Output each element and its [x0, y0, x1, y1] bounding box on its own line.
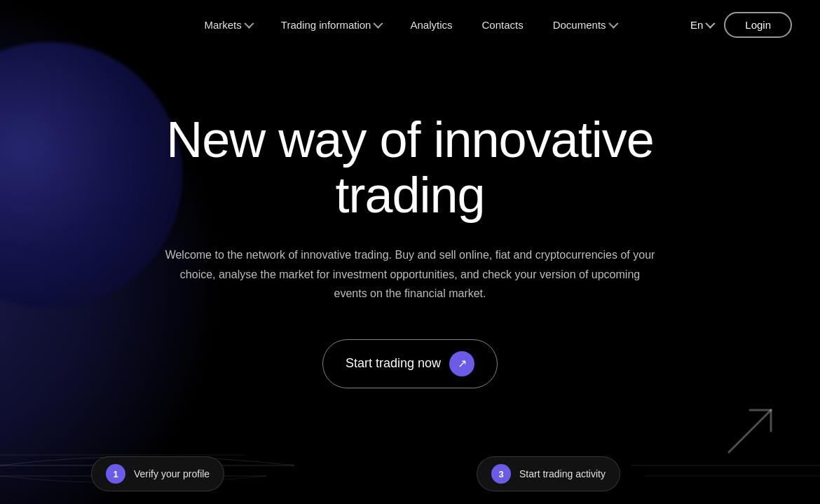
step-3-label: Start trading activity	[519, 468, 606, 479]
chevron-down-icon	[706, 19, 716, 29]
step-1-label: Verify your profile	[134, 468, 210, 479]
arrow-icon: ↗	[449, 351, 474, 376]
arrow-decoration	[722, 403, 778, 462]
nav-contacts[interactable]: Contacts	[470, 13, 534, 36]
cta-label: Start trading now	[346, 356, 441, 371]
chevron-down-icon	[244, 19, 254, 29]
step-3-number: 3	[491, 464, 511, 484]
chevron-down-icon	[374, 19, 383, 29]
start-trading-button[interactable]: Start trading now ↗	[322, 339, 498, 388]
nav-trading-info-label: Trading information	[281, 19, 371, 31]
nav-documents[interactable]: Documents	[542, 13, 627, 36]
step-1-number: 1	[106, 464, 125, 484]
svg-line-5	[729, 410, 771, 452]
nav-analytics[interactable]: Analytics	[399, 13, 463, 36]
hero-section: New way of innovative trading Welcome to…	[0, 49, 820, 388]
nav-center: Markets Trading information Analytics Co…	[193, 13, 627, 36]
step-verify-profile[interactable]: 1 Verify your profile	[91, 456, 224, 491]
nav-right: En Login	[690, 12, 792, 38]
hero-title: New way of innovative trading	[95, 112, 725, 223]
hero-subtitle: Welcome to the network of innovative tra…	[165, 245, 655, 303]
nav-documents-label: Documents	[553, 19, 606, 31]
language-selector[interactable]: En	[690, 19, 713, 31]
nav-analytics-label: Analytics	[410, 19, 452, 31]
login-button[interactable]: Login	[724, 12, 792, 38]
nav-markets-label: Markets	[204, 19, 241, 31]
navbar: Markets Trading information Analytics Co…	[0, 0, 820, 49]
step-start-trading[interactable]: 3 Start trading activity	[477, 456, 620, 491]
nav-markets[interactable]: Markets	[193, 13, 262, 36]
nav-trading-info[interactable]: Trading information	[270, 13, 392, 36]
nav-contacts-label: Contacts	[481, 19, 523, 31]
chevron-down-icon	[608, 19, 618, 29]
lang-label: En	[690, 19, 703, 31]
